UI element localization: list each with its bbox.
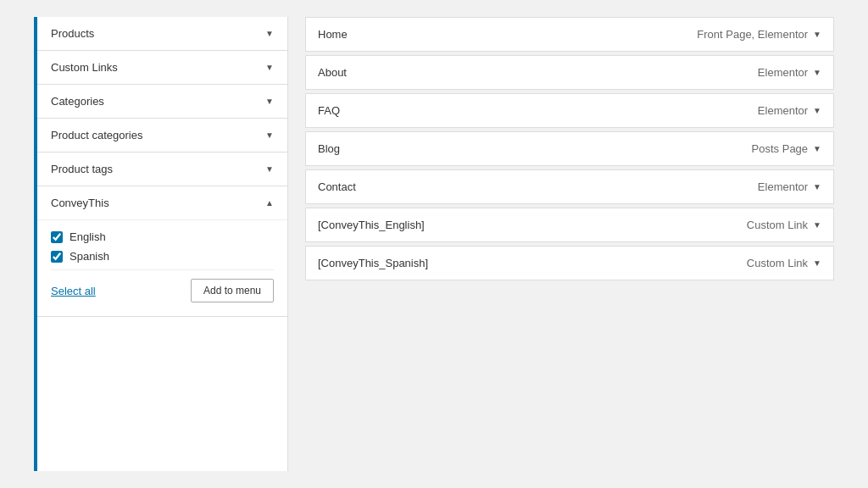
menu-item-about[interactable]: About Elementor ▼ [305, 55, 834, 90]
accordion-conveythis-label: ConveyThis [51, 197, 109, 209]
menu-item-faq-label: FAQ [318, 104, 340, 117]
accordion-products-label: Products [51, 27, 94, 40]
accordion-categories: Categories ▼ [37, 85, 287, 119]
chevron-down-icon: ▼ [265, 63, 274, 72]
menu-item-conveythis-english-label: [ConveyThis_English] [318, 219, 425, 231]
chevron-up-icon: ▲ [265, 198, 274, 208]
menu-item-blog[interactable]: Blog Posts Page ▼ [305, 131, 834, 166]
chevron-down-icon: ▼ [813, 30, 821, 39]
menu-item-blog-meta: Posts Page [752, 142, 809, 155]
chevron-down-icon: ▼ [813, 182, 821, 191]
accordion-custom-links-label: Custom Links [51, 61, 118, 74]
menu-item-blog-meta-group: Posts Page ▼ [752, 142, 821, 155]
menu-item-faq-meta-group: Elementor ▼ [758, 104, 821, 117]
accordion-custom-links: Custom Links ▼ [37, 51, 287, 85]
menu-item-contact-meta: Elementor [758, 180, 808, 193]
accordion-product-categories-label: Product categories [51, 129, 142, 141]
spanish-label: Spanish [70, 250, 109, 263]
checkbox-item-spanish: Spanish [51, 250, 274, 263]
chevron-down-icon: ▼ [265, 29, 274, 38]
menu-item-home-meta: Front Page, Elementor [697, 28, 808, 41]
accordion-product-categories-header[interactable]: Product categories ▼ [37, 119, 287, 152]
menu-item-faq-meta: Elementor [758, 104, 808, 117]
menu-item-about-meta-group: Elementor ▼ [758, 66, 821, 79]
accordion-products-header[interactable]: Products ▼ [37, 17, 287, 50]
accordion-categories-label: Categories [51, 95, 104, 108]
accordion-conveythis: ConveyThis ▲ English Spanish Select all … [37, 186, 287, 317]
chevron-down-icon: ▼ [813, 220, 821, 230]
chevron-down-icon: ▼ [813, 106, 821, 115]
english-label: English [70, 230, 106, 243]
add-to-menu-button[interactable]: Add to menu [191, 279, 274, 302]
checkbox-item-english: English [51, 230, 274, 243]
accordion-product-tags-header[interactable]: Product tags ▼ [37, 152, 287, 186]
accordion-custom-links-header[interactable]: Custom Links ▼ [37, 51, 287, 84]
accordion-footer: Select all Add to menu [51, 269, 274, 302]
menu-item-contact-label: Contact [318, 180, 356, 193]
menu-item-home-label: Home [318, 28, 348, 41]
menu-item-home-meta-group: Front Page, Elementor ▼ [697, 28, 821, 41]
menu-item-conveythis-spanish[interactable]: [ConveyThis_Spanish] Custom Link ▼ [305, 246, 834, 280]
menu-item-conveythis-english[interactable]: [ConveyThis_English] Custom Link ▼ [305, 208, 834, 242]
chevron-down-icon: ▼ [813, 68, 821, 77]
menu-item-contact[interactable]: Contact Elementor ▼ [305, 169, 834, 204]
accordion-product-tags: Product tags ▼ [37, 152, 287, 186]
page-wrapper: Products ▼ Custom Links ▼ Categories ▼ P… [0, 0, 868, 488]
menu-item-blog-label: Blog [318, 142, 340, 155]
accordion-products: Products ▼ [37, 17, 287, 51]
right-panel: Home Front Page, Elementor ▼ About Eleme… [305, 17, 834, 471]
menu-item-conveythis-spanish-meta-group: Custom Link ▼ [747, 257, 821, 269]
chevron-down-icon: ▼ [813, 258, 821, 268]
english-checkbox[interactable] [51, 231, 63, 243]
menu-item-conveythis-spanish-label: [ConveyThis_Spanish] [318, 257, 428, 269]
menu-item-contact-meta-group: Elementor ▼ [758, 180, 821, 193]
menu-item-conveythis-english-meta: Custom Link [747, 219, 808, 231]
menu-item-conveythis-spanish-meta: Custom Link [747, 257, 808, 269]
menu-item-home[interactable]: Home Front Page, Elementor ▼ [305, 17, 834, 52]
accordion-product-tags-label: Product tags [51, 163, 113, 175]
accordion-categories-header[interactable]: Categories ▼ [37, 85, 287, 118]
chevron-down-icon: ▼ [265, 97, 274, 106]
chevron-down-icon: ▼ [265, 164, 274, 174]
accordion-conveythis-header[interactable]: ConveyThis ▲ [37, 186, 287, 219]
chevron-down-icon: ▼ [265, 130, 274, 140]
accordion-product-categories: Product categories ▼ [37, 119, 287, 152]
spanish-checkbox[interactable] [51, 251, 63, 263]
chevron-down-icon: ▼ [813, 144, 821, 153]
accordion-conveythis-body: English Spanish Select all Add to menu [37, 219, 287, 316]
select-all-button[interactable]: Select all [51, 285, 96, 297]
menu-item-faq[interactable]: FAQ Elementor ▼ [305, 93, 834, 128]
menu-item-about-meta: Elementor [758, 66, 808, 79]
left-panel: Products ▼ Custom Links ▼ Categories ▼ P… [34, 17, 288, 471]
menu-item-conveythis-english-meta-group: Custom Link ▼ [747, 219, 821, 231]
menu-item-about-label: About [318, 66, 347, 79]
